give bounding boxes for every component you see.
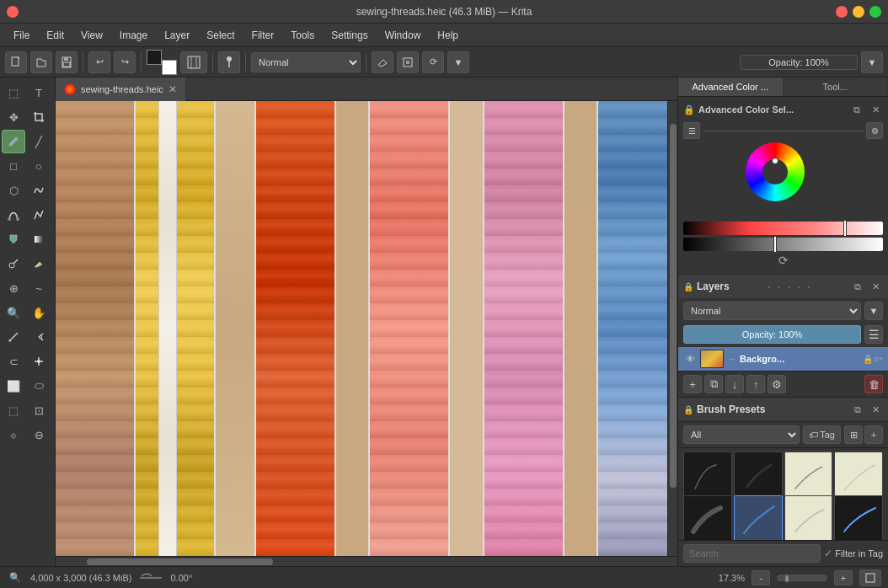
layers-opacity-display[interactable]: Opacity: 100% bbox=[683, 325, 861, 344]
minimize-button[interactable] bbox=[853, 6, 864, 18]
duplicate-layer-btn[interactable]: ⧉ bbox=[704, 375, 723, 393]
color-hist-btn[interactable]: ☰ bbox=[683, 122, 700, 139]
color-panel-close-btn[interactable]: ✕ bbox=[868, 102, 883, 117]
color-wheel[interactable] bbox=[746, 142, 805, 201]
clone-btn[interactable]: ⊕ bbox=[2, 276, 25, 300]
canvas-image-area[interactable] bbox=[56, 101, 677, 556]
text-tool-btn[interactable]: T bbox=[27, 81, 51, 104]
move-up-btn[interactable]: ↑ bbox=[746, 375, 765, 393]
eraser-btn[interactable] bbox=[27, 252, 51, 275]
measure-tool-btn[interactable] bbox=[2, 325, 25, 349]
brush-item-1[interactable] bbox=[683, 452, 732, 500]
tab-advanced-color[interactable]: Advanced Color ... bbox=[678, 78, 784, 96]
horizontal-scrollbar[interactable] bbox=[56, 556, 677, 566]
brushes-add-btn[interactable]: + bbox=[864, 425, 883, 444]
undo-btn[interactable]: ↩ bbox=[88, 51, 110, 73]
layers-float-btn[interactable]: ⧉ bbox=[850, 279, 865, 294]
zoom-minus-btn[interactable]: - bbox=[752, 570, 770, 585]
menu-window[interactable]: Window bbox=[378, 27, 428, 44]
color-gradient-bar[interactable] bbox=[683, 222, 883, 235]
pan-tool-btn[interactable]: ✋ bbox=[27, 301, 51, 324]
layer-visibility-btn[interactable]: 👁 bbox=[683, 352, 697, 366]
bezier-btn[interactable] bbox=[2, 203, 25, 227]
status-tool-icon[interactable]: 🔍 bbox=[7, 569, 24, 586]
vertical-scrollbar[interactable] bbox=[667, 101, 677, 556]
menu-file[interactable]: File bbox=[7, 27, 36, 44]
brushes-view-btn[interactable]: ⊞ bbox=[844, 425, 863, 444]
brush-item-2[interactable] bbox=[734, 452, 783, 500]
save-btn[interactable] bbox=[56, 51, 78, 73]
brushes-close-btn[interactable]: ✕ bbox=[868, 402, 883, 417]
brush-item-8[interactable] bbox=[834, 495, 883, 541]
add-layer-btn[interactable]: + bbox=[683, 375, 702, 393]
transform-tool-btn[interactable]: ✥ bbox=[2, 105, 25, 129]
vertical-scrollbar-thumb[interactable] bbox=[670, 124, 677, 488]
ellipse-tool-btn[interactable]: ○ bbox=[27, 154, 51, 178]
crop-tool-btn[interactable] bbox=[27, 105, 51, 129]
menu-view[interactable]: View bbox=[74, 27, 110, 44]
redo-btn[interactable]: ↪ bbox=[114, 51, 136, 73]
rect-select-btn[interactable]: ⬜ bbox=[2, 374, 25, 398]
foreground-color[interactable] bbox=[147, 50, 162, 65]
rect-tool-btn[interactable]: □ bbox=[2, 154, 25, 178]
close-button[interactable] bbox=[836, 6, 848, 18]
refresh-btn[interactable]: ⟳ bbox=[422, 51, 444, 73]
brushes-tag-select[interactable]: All bbox=[683, 425, 800, 444]
layers-blend-select[interactable]: Normal bbox=[683, 302, 861, 320]
sim-color-select-btn[interactable]: ⊡ bbox=[27, 398, 51, 422]
color-settings-btn[interactable]: ⚙ bbox=[866, 122, 883, 139]
select-tool-btn[interactable]: ⬚ bbox=[2, 81, 25, 104]
new-document-btn[interactable] bbox=[5, 51, 27, 73]
brush-item-6[interactable] bbox=[734, 495, 783, 541]
layer-settings-btn[interactable]: ⚙ bbox=[768, 375, 786, 393]
background-color[interactable] bbox=[162, 60, 177, 75]
filter-in-tag-toggle[interactable]: ✓ Filter in Tag bbox=[824, 548, 883, 559]
menu-help[interactable]: Help bbox=[431, 27, 465, 44]
menu-tools[interactable]: Tools bbox=[284, 27, 321, 44]
move-down-btn[interactable]: ↓ bbox=[725, 375, 744, 393]
opacity-down-btn[interactable]: ▼ bbox=[861, 51, 883, 73]
maximize-button[interactable] bbox=[869, 6, 881, 18]
lasso-tool-btn[interactable]: ⊂ bbox=[2, 350, 25, 373]
erase-btn[interactable] bbox=[372, 51, 393, 73]
open-btn[interactable] bbox=[30, 51, 52, 73]
bezier-select-btn[interactable]: ⟐ bbox=[2, 423, 25, 446]
layers-close-btn[interactable]: ✕ bbox=[868, 279, 883, 294]
polygon-tool-btn[interactable]: ⬡ bbox=[2, 179, 25, 202]
brush-preset-btn[interactable] bbox=[218, 51, 240, 73]
delete-layer-btn[interactable]: 🗑 bbox=[864, 375, 883, 393]
freehand-btn[interactable] bbox=[27, 179, 51, 202]
color-panel-float-btn[interactable]: ⧉ bbox=[849, 102, 864, 117]
menu-filter[interactable]: Filter bbox=[245, 27, 281, 44]
brush-item-3[interactable] bbox=[784, 452, 833, 500]
color-picker-btn[interactable] bbox=[180, 51, 207, 73]
layer-item[interactable]: 👁 ↔ Backgro... 🔒 α+ bbox=[678, 347, 888, 371]
contig-select-btn[interactable]: ⬚ bbox=[2, 398, 25, 422]
menu-settings[interactable]: Settings bbox=[324, 27, 374, 44]
transform-btn[interactable] bbox=[397, 51, 419, 73]
magnetic-select-btn[interactable]: ⊖ bbox=[27, 423, 51, 446]
brushes-search-input[interactable] bbox=[683, 544, 821, 563]
tag-btn[interactable]: 🏷 Tag bbox=[803, 425, 841, 444]
ellipse-select-btn[interactable]: ⬭ bbox=[27, 374, 51, 398]
magic-wand-btn[interactable] bbox=[27, 350, 51, 373]
fill-tool-btn[interactable] bbox=[2, 227, 25, 251]
lightness-gradient-bar[interactable] bbox=[683, 238, 883, 251]
color-swatch[interactable] bbox=[147, 50, 177, 75]
more-btn[interactable]: ▼ bbox=[447, 51, 469, 73]
brush-item-4[interactable] bbox=[834, 452, 883, 500]
smudge-btn[interactable]: ~ bbox=[27, 276, 51, 300]
zoom-tool-btn[interactable]: 🔍 bbox=[2, 301, 25, 324]
brush-item-5[interactable] bbox=[683, 495, 732, 541]
canvas-tab[interactable]: sewing-threads.heic ✕ bbox=[56, 78, 186, 101]
menu-edit[interactable]: Edit bbox=[40, 27, 71, 44]
horizontal-scrollbar-thumb[interactable] bbox=[87, 559, 273, 565]
path-btn[interactable] bbox=[27, 203, 51, 227]
menu-select[interactable]: Select bbox=[200, 27, 241, 44]
menu-layer[interactable]: Layer bbox=[158, 27, 196, 44]
brushes-float-btn[interactable]: ⧉ bbox=[850, 402, 865, 417]
layers-filter-btn[interactable]: ▼ bbox=[864, 302, 883, 320]
tab-close-btn[interactable]: ✕ bbox=[169, 83, 177, 95]
tab-tool[interactable]: Tool... bbox=[784, 78, 889, 96]
zoom-plus-btn[interactable]: + bbox=[834, 570, 853, 585]
